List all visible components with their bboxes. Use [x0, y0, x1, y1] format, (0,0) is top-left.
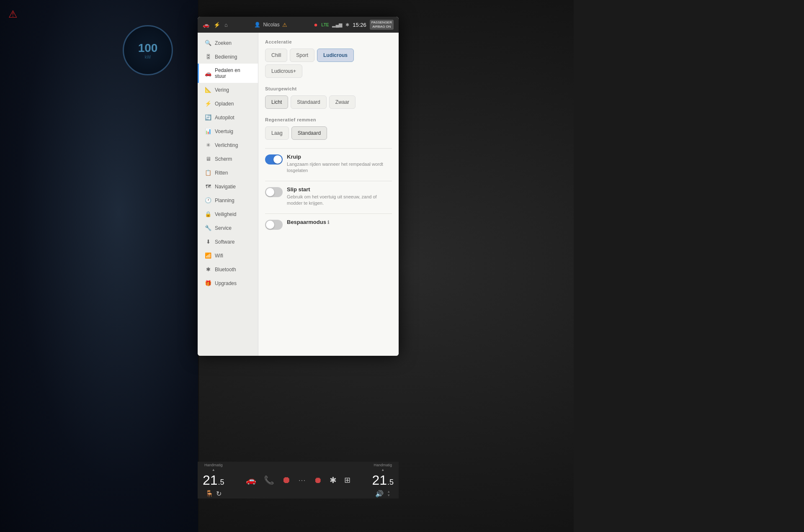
sidebar-label-verlichting: Verlichting — [215, 142, 238, 148]
time-display: 15:26 — [353, 22, 366, 28]
sidebar-item-zoeken[interactable]: 🔍 Zoeken — [198, 36, 258, 50]
accel-btn-ludicrous[interactable]: Ludicrous — [317, 49, 354, 62]
sidebar-item-service[interactable]: 🔧 Service — [198, 221, 258, 235]
sidebar-label-bediening: Bediening — [215, 54, 237, 60]
taskbar-camera-icon[interactable]: ⏺ — [282, 475, 291, 486]
sidebar-item-bediening[interactable]: 🎛 Bediening — [198, 50, 258, 64]
sidebar-icon-bluetooth: ✱ — [205, 266, 211, 272]
toggle-label-wrap-kruip: KruipLangzaam rijden wanneer het rempeda… — [287, 154, 392, 174]
car-icon: 🚗 — [203, 22, 209, 28]
sidebar-label-vering: Vering — [215, 87, 229, 93]
sidebar-item-wifi[interactable]: 📶 Wifi — [198, 249, 258, 262]
sidebar-label-planning: Planning — [215, 198, 234, 203]
taskbar-phone-icon[interactable]: 📞 — [264, 475, 274, 485]
sidebar-label-service: Service — [215, 225, 232, 231]
sidebar-label-bluetooth: Bluetooth — [215, 267, 236, 272]
sidebar-icon-scherm: 🖥 — [205, 156, 211, 162]
stuurgewicht-options: LichtStandaardZwaar — [265, 95, 392, 109]
toggle-label-wrap-slip_start: Slip startGebruik om het voertuig uit sn… — [287, 186, 392, 207]
toggle-knob-bespaarmodus — [266, 221, 274, 229]
sidebar-label-opladen: Opladen — [215, 101, 234, 107]
sidebar-item-veiligheid[interactable]: 🔒 Veiligheid — [198, 207, 258, 221]
sidebar-icon-autopilot: 🔄 — [205, 114, 211, 121]
up-arrow-left: ▲ — [212, 468, 215, 472]
sidebar-icon-veiligheid: 🔒 — [205, 211, 211, 217]
accel-btn-ludicrous_plus[interactable]: Ludicrous+ — [265, 64, 302, 78]
stuur-btn-licht[interactable]: Licht — [265, 95, 288, 109]
right-arrows: ▲▼ — [387, 490, 390, 497]
sidebar-item-planning[interactable]: 🕐 Planning — [198, 193, 258, 207]
toggle-switch-bespaarmodus[interactable] — [265, 220, 283, 230]
status-right: ⏺ LTE ▂▄▆ ✱ 15:26 PASSENGER AIRBAG ON — [314, 20, 394, 29]
speedometer: 100 kW — [123, 25, 173, 75]
taskbar-left: Handmatig ▲ 21 .5 🪑 ↻ — [203, 463, 224, 498]
toggle-container: KruipLangzaam rijden wanneer het rempeda… — [265, 154, 392, 230]
sidebar-item-scherm[interactable]: 🖥 Scherm — [198, 152, 258, 166]
acceleratie-title: Acceleratie — [265, 39, 392, 44]
toggle-switch-slip_start[interactable] — [265, 187, 283, 197]
toggle-row-slip_start: Slip startGebruik om het voertuig uit sn… — [265, 186, 392, 207]
sidebar-label-pedalen: Pedalen en stuur — [215, 67, 252, 79]
taskbar-apps-icon[interactable]: ⊞ — [344, 475, 350, 485]
sidebar-icon-software: ⬇ — [205, 239, 211, 245]
user-icon: 👤 — [254, 22, 260, 28]
sidebar-item-bluetooth[interactable]: ✱ Bluetooth — [198, 262, 258, 276]
regen-btn-laag[interactable]: Laag — [265, 126, 289, 140]
accel-btn-chill[interactable]: Chill — [265, 49, 287, 62]
sidebar-label-veiligheid: Veiligheid — [215, 211, 236, 217]
sidebar-label-navigatie: Navigatie — [215, 184, 236, 190]
seat-icon: 🪑 — [205, 490, 214, 498]
passenger-badge: PASSENGER AIRBAG ON — [370, 20, 394, 29]
info-icon-bespaarmodus[interactable]: ℹ — [326, 220, 329, 225]
acceleratie-section: Acceleratie ChillSportLudicrousLudicrous… — [265, 39, 392, 78]
left-temp: 21 .5 — [203, 473, 224, 488]
status-bar: 🚗 ⚡ ⌂ 👤 Nicolas ⚠ ⏺ LTE ▂▄▆ ✱ 15:26 PASS… — [198, 17, 399, 33]
sidebar-icon-ritten: 📋 — [205, 170, 211, 176]
toggle-switch-kruip[interactable] — [265, 154, 283, 164]
sidebar-item-upgrades[interactable]: 🎁 Upgrades — [198, 276, 258, 290]
taskbar-car-icon[interactable]: 🚗 — [246, 475, 256, 485]
sidebar-item-verlichting[interactable]: ✳ Verlichting — [198, 138, 258, 152]
taskbar-right: Handmatig ▲ 21 .5 🔊 ▲▼ — [372, 463, 394, 498]
sidebar-item-software[interactable]: ⬇ Software — [198, 235, 258, 249]
acceleratie-options: ChillSportLudicrousLudicrous+ — [265, 49, 392, 78]
taskbar-icons[interactable]: 🚗 📞 ⏺ ··· ⏺ ✱ ⊞ — [246, 475, 350, 486]
sidebar: 🔍 Zoeken 🎛 Bediening 🚗 Pedalen en stuur … — [198, 33, 258, 356]
regeneratief-section: Regeneratief remmen LaagStandaard — [265, 117, 392, 140]
sidebar-item-ritten[interactable]: 📋 Ritten — [198, 166, 258, 180]
right-label: Handmatig — [374, 463, 392, 467]
taskbar-record-icon[interactable]: ⏺ — [314, 475, 322, 485]
accel-btn-sport[interactable]: Sport — [290, 49, 314, 62]
sidebar-item-opladen[interactable]: ⚡ Opladen — [198, 97, 258, 111]
taskbar-bluetooth-icon[interactable]: ✱ — [330, 475, 337, 485]
right-background — [574, 0, 804, 532]
toggle-label-bespaarmodus: Bespaarmodus ℹ — [287, 219, 329, 225]
right-temp: 21 .5 — [372, 473, 394, 488]
sidebar-item-navigatie[interactable]: 🗺 Navigatie — [198, 180, 258, 193]
left-arrows: 🪑 ↻ — [205, 490, 222, 498]
sidebar-item-voertuig[interactable]: 📊 Voertuig — [198, 124, 258, 138]
speed-display: 100 — [138, 41, 158, 55]
toggle-row-kruip: KruipLangzaam rijden wanneer het rempeda… — [265, 154, 392, 174]
sidebar-item-autopilot[interactable]: 🔄 Autopilot — [198, 111, 258, 124]
volume-icon[interactable]: 🔊 — [375, 490, 384, 498]
stuur-btn-zwaar[interactable]: Zwaar — [329, 95, 356, 109]
toggle-divider — [265, 181, 392, 181]
regen-btn-standaard[interactable]: Standaard — [291, 126, 327, 140]
sidebar-item-pedalen[interactable]: 🚗 Pedalen en stuur — [198, 64, 258, 83]
record-icon: ⏺ — [314, 23, 318, 27]
status-center: 👤 Nicolas ⚠ — [254, 22, 287, 28]
sidebar-item-vering[interactable]: 📐 Vering — [198, 83, 258, 97]
divider — [265, 148, 392, 149]
sidebar-icon-zoeken: 🔍 — [205, 40, 211, 46]
sidebar-label-ritten: Ritten — [215, 170, 228, 176]
sidebar-icon-service: 🔧 — [205, 225, 211, 231]
sidebar-icon-bediening: 🎛 — [205, 54, 211, 60]
stuur-btn-standaard[interactable]: Standaard — [291, 95, 326, 109]
taskbar-more-icon[interactable]: ··· — [299, 477, 306, 483]
toggle-knob-slip_start — [266, 188, 274, 196]
screen-content: 🔍 Zoeken 🎛 Bediening 🚗 Pedalen en stuur … — [198, 33, 399, 356]
sidebar-label-scherm: Scherm — [215, 156, 232, 162]
driver-alert-icon: ⚠ — [8, 8, 18, 20]
toggle-label-kruip: Kruip — [287, 154, 392, 160]
